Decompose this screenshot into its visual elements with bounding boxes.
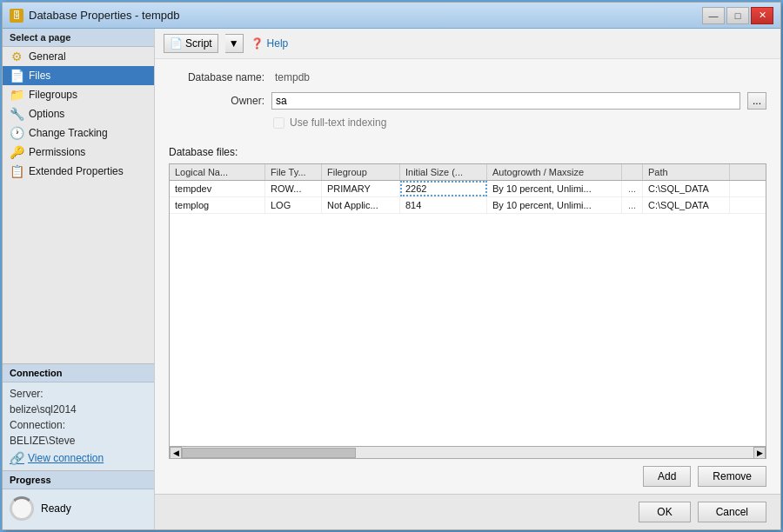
cell-logical-1: templog (170, 197, 265, 213)
script-icon: 📄 (170, 37, 183, 50)
connection-icon: 🔗 (10, 451, 24, 465)
sidebar-item-extendedprops[interactable]: 📋 Extended Properties (3, 162, 154, 181)
cell-icon-1[interactable]: ... (622, 197, 643, 213)
connection-section-label: Connection (3, 364, 154, 382)
script-dropdown-button[interactable]: ▼ (225, 34, 244, 53)
server-label-text: Server: belize\sql2014 Connection: BELIZ… (10, 386, 147, 449)
form-area: Database name: tempdb Owner: ... Use ful… (155, 59, 780, 146)
fulltext-row: Use full-text indexing (169, 116, 766, 136)
owner-row: Owner: ... (169, 92, 766, 110)
scroll-right-button[interactable]: ▶ (753, 447, 766, 459)
col-header-autogrowth: Autogrowth / Maxsize (487, 164, 622, 180)
table-body: tempdev ROW... PRIMARY 2262 By 10 percen… (170, 181, 766, 446)
connection-value: BELIZE\Steve (10, 435, 75, 447)
cell-initialsize-0[interactable]: 2262 (400, 181, 487, 196)
title-bar-left: 🗄 Database Properties - tempdb (10, 9, 179, 23)
help-button[interactable]: ❓ Help (251, 37, 289, 50)
horizontal-scrollbar[interactable]: ◀ ▶ (170, 446, 766, 458)
table-row[interactable]: templog LOG Not Applic... 814 By 10 perc… (170, 197, 766, 214)
sidebar-label-permissions: Permissions (29, 146, 85, 158)
title-bar-controls: — □ ✕ (702, 7, 773, 24)
cell-icon-0[interactable]: ... (622, 181, 643, 196)
view-connection-label: View connection (28, 452, 104, 464)
minimize-button[interactable]: — (702, 7, 725, 24)
changetracking-icon: 🕐 (10, 126, 23, 140)
db-name-label: Database name: (169, 71, 264, 83)
col-header-icon (622, 164, 643, 180)
connection-section: Connection Server: belize\sql2014 Connec… (3, 363, 154, 470)
sidebar-item-changetracking[interactable]: 🕐 Change Tracking (3, 123, 154, 143)
db-name-value: tempdb (271, 70, 766, 85)
sidebar-label-general: General (29, 50, 66, 63)
cell-logical-0: tempdev (170, 181, 265, 196)
progress-spinner (10, 496, 34, 521)
server-value: belize\sql2014 (10, 403, 77, 416)
files-table: Logical Na... File Ty... Filegroup Initi… (169, 163, 766, 459)
progress-section-label: Progress (3, 471, 154, 489)
col-header-path: Path (643, 164, 730, 180)
script-button[interactable]: 📄 Script (164, 34, 218, 53)
fulltext-checkbox (273, 117, 284, 129)
main-window: 🗄 Database Properties - tempdb — □ ✕ Sel… (2, 2, 781, 530)
sidebar-item-options[interactable]: 🔧 Options (3, 104, 154, 123)
close-button[interactable]: ✕ (751, 7, 773, 24)
cell-filegroup-1: Not Applic... (322, 197, 400, 213)
db-name-row: Database name: tempdb (169, 70, 766, 85)
sidebar-item-files[interactable]: 📄 Files (3, 66, 154, 85)
help-icon: ❓ (251, 37, 264, 50)
bottom-bar: OK Cancel (155, 494, 780, 529)
content-area: Select a page ⚙ General 📄 Files 📁 Filegr… (3, 29, 780, 529)
sidebar-item-permissions[interactable]: 🔑 Permissions (3, 143, 154, 162)
sidebar-label-filegroups: Filegroups (29, 89, 77, 101)
cell-filetype-0: ROW... (265, 181, 322, 196)
sidebar-label-options: Options (29, 108, 64, 120)
ok-button[interactable]: OK (639, 502, 690, 522)
owner-label: Owner: (169, 95, 264, 107)
filegroups-icon: 📁 (10, 88, 23, 102)
scroll-thumb[interactable] (182, 448, 356, 458)
col-header-filegroup: Filegroup (322, 164, 400, 180)
maximize-button[interactable]: □ (726, 7, 749, 24)
cell-path-0: C:\SQL_DATA (643, 181, 730, 196)
permissions-icon: 🔑 (10, 145, 23, 159)
cell-path-1: C:\SQL_DATA (643, 197, 730, 213)
progress-status: Ready (41, 502, 71, 515)
owner-input[interactable] (271, 92, 740, 110)
owner-browse-button[interactable]: ... (747, 92, 766, 110)
action-bar: Add Remove (155, 459, 780, 494)
col-header-initialsize: Initial Size (... (400, 164, 487, 180)
server-label: Server: (10, 388, 44, 400)
db-files-label: Database files: (155, 146, 780, 163)
col-header-logical: Logical Na... (170, 164, 265, 180)
window-title: Database Properties - tempdb (29, 9, 179, 22)
cancel-button[interactable]: Cancel (698, 502, 766, 522)
table-row[interactable]: tempdev ROW... PRIMARY 2262 By 10 percen… (170, 181, 766, 197)
scroll-left-button[interactable]: ◀ (170, 447, 182, 459)
scroll-track[interactable] (182, 447, 753, 459)
help-label: Help (267, 37, 289, 50)
table-header: Logical Na... File Ty... Filegroup Initi… (170, 164, 766, 181)
app-icon: 🗄 (10, 9, 23, 23)
col-header-filetype: File Ty... (265, 164, 322, 180)
add-button[interactable]: Add (643, 466, 691, 487)
dropdown-arrow-icon: ▼ (229, 37, 239, 50)
cell-autogrowth-1: By 10 percent, Unlimi... (487, 197, 622, 213)
cell-initialsize-1: 814 (400, 197, 487, 213)
main-panel: 📄 Script ▼ ❓ Help Database name: tempdb (155, 29, 780, 529)
browse-dots-icon: ... (753, 95, 761, 107)
files-icon: 📄 (10, 69, 23, 83)
progress-content: Ready (10, 493, 147, 524)
sidebar-item-filegroups[interactable]: 📁 Filegroups (3, 85, 154, 104)
general-icon: ⚙ (10, 50, 23, 63)
cell-autogrowth-0: By 10 percent, Unlimi... (487, 181, 622, 196)
view-connection-link[interactable]: 🔗 View connection (10, 451, 147, 465)
options-icon: 🔧 (10, 107, 23, 121)
remove-button[interactable]: Remove (698, 466, 766, 487)
extendedprops-icon: 📋 (10, 164, 23, 178)
sidebar: Select a page ⚙ General 📄 Files 📁 Filegr… (3, 29, 155, 529)
sidebar-label-extendedprops: Extended Properties (29, 165, 124, 177)
sidebar-nav: ⚙ General 📄 Files 📁 Filegroups 🔧 Options… (3, 47, 154, 363)
title-bar: 🗄 Database Properties - tempdb — □ ✕ (3, 3, 780, 29)
connection-label: Connection: (10, 419, 65, 431)
sidebar-item-general[interactable]: ⚙ General (3, 47, 154, 66)
